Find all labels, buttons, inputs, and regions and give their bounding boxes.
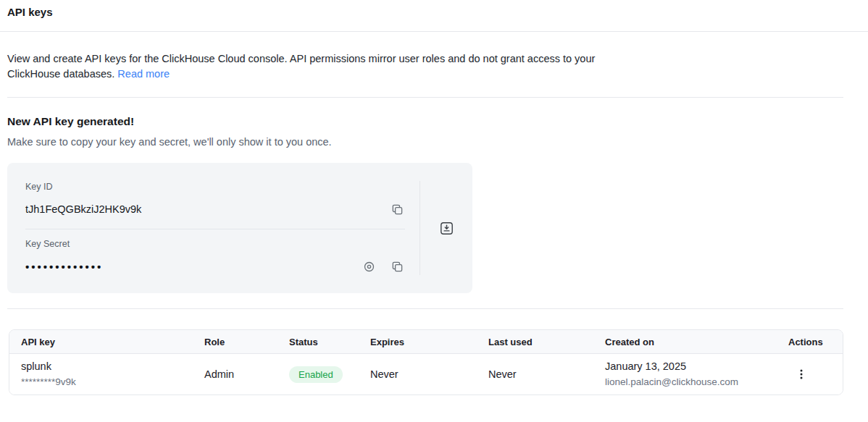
download-key-button[interactable] (438, 220, 455, 237)
cell-api-key: splunk *********9v9k (9, 354, 193, 394)
column-header-status: Status (277, 330, 359, 353)
read-more-link[interactable]: Read more (117, 68, 170, 80)
row-actions-button[interactable] (796, 366, 807, 382)
column-header-actions: Actions (777, 330, 843, 353)
divider (7, 97, 843, 98)
api-keys-page: API keys View and create API keys for th… (0, 0, 868, 422)
copy-key-id-button[interactable] (390, 202, 405, 217)
key-secret-field: Key Secret ••••••••••••• (25, 239, 405, 276)
cell-expires: Never (359, 354, 477, 394)
column-header-role: Role (193, 330, 277, 353)
divider (25, 229, 405, 229)
reveal-secret-button[interactable] (362, 259, 377, 274)
created-date: January 13, 2025 (605, 359, 686, 374)
cell-created-on: January 13, 2025 lionel.palacin@clickhou… (593, 354, 777, 394)
copy-icon (391, 203, 404, 216)
key-secret-label: Key Secret (25, 239, 405, 249)
divider (0, 31, 868, 32)
key-id-label: Key ID (25, 182, 405, 192)
column-header-expires: Expires (359, 330, 477, 353)
kebab-menu-icon (800, 369, 803, 379)
api-key-masked: *********9v9k (21, 374, 76, 389)
page-description: View and create API keys for the ClickHo… (7, 51, 609, 82)
cell-status: Enabled (277, 354, 359, 394)
description-text: View and create API keys for the ClickHo… (7, 53, 595, 80)
cell-role: Admin (193, 354, 277, 394)
copy-icon (391, 261, 404, 273)
key-id-field: Key ID tJh1FeQGBkziJ2HK9v9k (25, 182, 405, 219)
card-side (420, 163, 472, 293)
new-key-card: Key ID tJh1FeQGBkziJ2HK9v9k (7, 163, 472, 293)
eye-icon (363, 261, 375, 273)
new-key-section: New API key generated! Make sure to copy… (0, 115, 868, 293)
column-header-last-used: Last used (477, 330, 593, 353)
copy-key-secret-button[interactable] (390, 259, 405, 274)
divider (7, 308, 843, 309)
api-key-name: splunk (21, 359, 51, 374)
new-key-heading: New API key generated! (7, 115, 868, 128)
cell-last-used: Never (477, 354, 593, 394)
key-id-value: tJh1FeQGBkziJ2HK9v9k (25, 203, 141, 215)
key-fields: Key ID tJh1FeQGBkziJ2HK9v9k (7, 181, 420, 275)
download-icon (440, 221, 454, 235)
column-header-created-on: Created on (593, 330, 777, 353)
new-key-subtitle: Make sure to copy your key and secret, w… (7, 136, 868, 148)
cell-actions (777, 354, 843, 394)
table-row: splunk *********9v9k Admin Enabled Never… (9, 354, 843, 394)
api-keys-table: API key Role Status Expires Last used Cr… (9, 329, 843, 395)
key-secret-value: ••••••••••••• (25, 261, 103, 273)
table-header-row: API key Role Status Expires Last used Cr… (9, 330, 843, 354)
column-header-api-key: API key (9, 330, 193, 353)
created-by-email: lionel.palacin@clickhouse.com (605, 374, 738, 389)
status-badge: Enabled (289, 366, 343, 383)
page-title: API keys (0, 0, 868, 18)
